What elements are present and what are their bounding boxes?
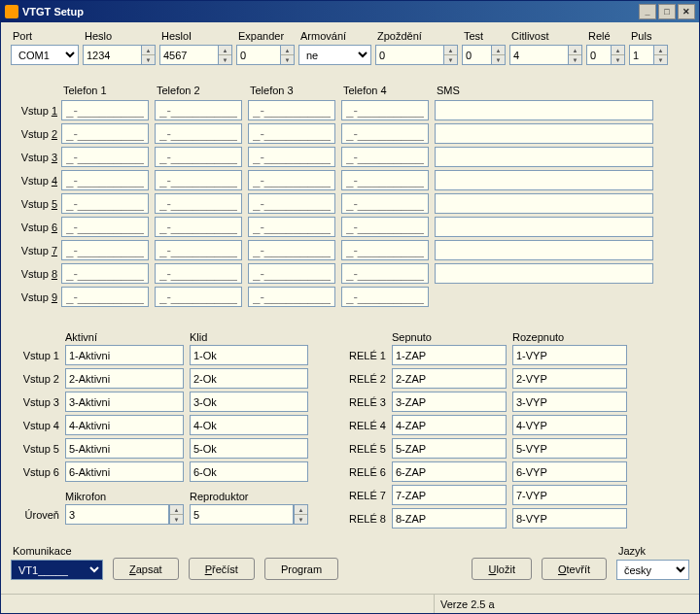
t3-input-6[interactable]	[248, 217, 335, 237]
close-button[interactable]: ✕	[678, 4, 695, 19]
rozepnuto-input-8[interactable]	[512, 508, 627, 529]
t3-input-4[interactable]	[248, 170, 335, 190]
t3-input-7[interactable]	[248, 240, 335, 260]
t2-input-1[interactable]	[155, 100, 242, 120]
klid-input-1[interactable]	[190, 345, 308, 365]
test-input[interactable]	[462, 45, 491, 65]
t2-input-7[interactable]	[155, 240, 242, 260]
program-button[interactable]: Program	[264, 558, 338, 580]
spinner-icon[interactable]: ▲▼	[294, 504, 308, 525]
zapsat-button[interactable]: Zapsat	[113, 558, 179, 580]
t3-input-9[interactable]	[248, 287, 335, 307]
aktivni-input-4[interactable]	[65, 415, 184, 435]
sms-input-8[interactable]	[435, 263, 653, 284]
rozepnuto-input-3[interactable]	[512, 392, 627, 412]
aktivni-input-6[interactable]	[65, 461, 184, 482]
t2-input-8[interactable]	[155, 263, 242, 284]
reproduktor-input[interactable]	[190, 504, 294, 525]
klid-input-3[interactable]	[190, 392, 308, 412]
t4-input-2[interactable]	[341, 123, 429, 144]
t1-input-6[interactable]	[61, 217, 149, 237]
t1-input-9[interactable]	[61, 287, 149, 307]
aktivni-input-1[interactable]	[65, 345, 184, 365]
sms-input-2[interactable]	[435, 123, 653, 144]
klid-input-5[interactable]	[190, 438, 308, 459]
t3-input-8[interactable]	[248, 263, 335, 284]
t4-input-6[interactable]	[341, 217, 429, 237]
klid-input-2[interactable]	[190, 368, 308, 389]
spinner-icon[interactable]: ▲▼	[280, 45, 295, 65]
spinner-icon[interactable]: ▲▼	[169, 504, 184, 525]
t4-input-3[interactable]	[341, 147, 429, 167]
t2-input-9[interactable]	[155, 287, 242, 307]
t1-input-3[interactable]	[61, 147, 149, 167]
t3-input-5[interactable]	[248, 193, 335, 214]
sepnuto-input-5[interactable]	[392, 438, 507, 459]
maximize-button[interactable]: □	[658, 4, 676, 19]
heslol-input[interactable]	[159, 45, 218, 65]
minimize-button[interactable]: _	[639, 4, 656, 19]
t4-input-8[interactable]	[341, 263, 429, 284]
spinner-icon[interactable]: ▲▼	[568, 45, 582, 65]
aktivni-input-3[interactable]	[65, 392, 184, 412]
t2-input-5[interactable]	[155, 193, 242, 214]
sepnuto-input-2[interactable]	[392, 368, 507, 389]
t1-input-8[interactable]	[61, 263, 149, 284]
sms-input-3[interactable]	[435, 147, 653, 167]
rozepnuto-input-6[interactable]	[512, 461, 627, 482]
klid-input-6[interactable]	[190, 461, 308, 482]
port-select[interactable]: COM1	[11, 45, 79, 65]
otevrit-button[interactable]: Otevřít	[542, 558, 607, 580]
t1-input-7[interactable]	[61, 240, 149, 260]
sms-input-4[interactable]	[435, 170, 653, 190]
klid-input-4[interactable]	[190, 415, 308, 435]
rozepnuto-input-4[interactable]	[512, 415, 627, 435]
puls-input[interactable]	[629, 45, 653, 65]
heslo-input[interactable]	[83, 45, 141, 65]
t4-input-7[interactable]	[341, 240, 429, 260]
t4-input-4[interactable]	[341, 170, 429, 190]
t3-input-1[interactable]	[248, 100, 335, 120]
sms-input-6[interactable]	[435, 217, 653, 237]
t4-input-5[interactable]	[341, 193, 429, 214]
sms-input-5[interactable]	[435, 193, 653, 214]
t2-input-3[interactable]	[155, 147, 242, 167]
rozepnuto-input-5[interactable]	[512, 438, 627, 459]
t2-input-4[interactable]	[155, 170, 242, 190]
komunikace-select[interactable]: VT1_____	[11, 560, 103, 580]
aktivni-input-5[interactable]	[65, 438, 184, 459]
t4-input-9[interactable]	[341, 287, 429, 307]
spinner-icon[interactable]: ▲▼	[611, 45, 625, 65]
t2-input-2[interactable]	[155, 123, 242, 144]
citlivost-input[interactable]	[509, 45, 568, 65]
t1-input-4[interactable]	[61, 170, 149, 190]
sepnuto-input-7[interactable]	[392, 485, 507, 505]
rozepnuto-input-7[interactable]	[512, 485, 627, 505]
rele-input[interactable]	[586, 45, 611, 65]
t1-input-2[interactable]	[61, 123, 149, 144]
jazyk-select[interactable]: česky	[616, 560, 689, 580]
sms-input-1[interactable]	[435, 100, 653, 120]
sepnuto-input-3[interactable]	[392, 392, 507, 412]
sms-input-7[interactable]	[435, 240, 653, 260]
spinner-icon[interactable]: ▲▼	[653, 45, 668, 65]
mikrofon-input[interactable]	[65, 504, 169, 525]
sepnuto-input-1[interactable]	[392, 345, 507, 365]
sepnuto-input-6[interactable]	[392, 461, 507, 482]
t4-input-1[interactable]	[341, 100, 429, 120]
t1-input-1[interactable]	[61, 100, 149, 120]
sepnuto-input-4[interactable]	[392, 415, 507, 435]
expander-input[interactable]	[236, 45, 280, 65]
ulozit-button[interactable]: Uložit	[472, 558, 532, 580]
t2-input-6[interactable]	[155, 217, 242, 237]
spinner-icon[interactable]: ▲▼	[491, 45, 506, 65]
spinner-icon[interactable]: ▲▼	[218, 45, 232, 65]
zpozdeni-input[interactable]	[375, 45, 443, 65]
sepnuto-input-8[interactable]	[392, 508, 507, 529]
t3-input-2[interactable]	[248, 123, 335, 144]
armovani-select[interactable]: ne	[298, 45, 371, 65]
precist-button[interactable]: Přečíst	[189, 558, 255, 580]
spinner-icon[interactable]: ▲▼	[443, 45, 458, 65]
aktivni-input-2[interactable]	[65, 368, 184, 389]
t3-input-3[interactable]	[248, 147, 335, 167]
